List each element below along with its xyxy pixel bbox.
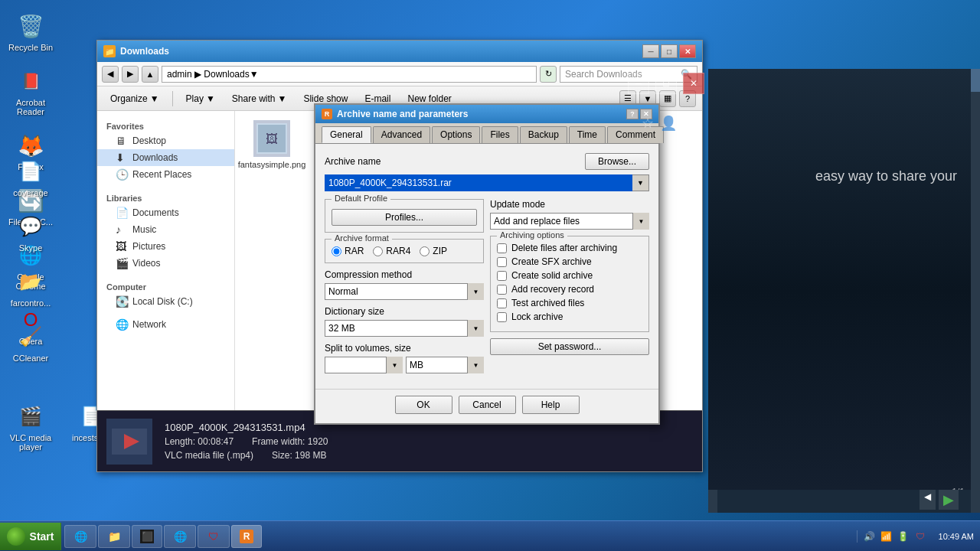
opt-recovery-checkbox[interactable]: [497, 285, 507, 295]
up-button[interactable]: ▲: [142, 66, 158, 83]
organize-button[interactable]: Organize ▼: [103, 91, 166, 106]
profiles-button[interactable]: Profiles...: [332, 209, 477, 226]
update-mode-wrapper: Add and replace files ▼: [490, 213, 649, 230]
format-rar-radio[interactable]: [332, 246, 341, 256]
desktop-icon-recycle-bin[interactable]: 🗑️ Recycle Bin: [4, 8, 57, 55]
split-unit-select[interactable]: MB: [406, 357, 484, 373]
address-text: admin ▶ Downloads: [167, 69, 250, 80]
opt-test[interactable]: Test archived files: [497, 298, 642, 308]
opt-sfx-checkbox[interactable]: [497, 257, 507, 267]
address-path[interactable]: admin ▶ Downloads ▼: [162, 66, 537, 83]
desktop-icon-vlc[interactable]: 🎬 VLC media player: [4, 398, 57, 455]
sidebar-videos[interactable]: 🎬 Videos: [97, 255, 234, 272]
security-icon[interactable]: 🛡: [914, 530, 926, 543]
archive-name-input[interactable]: 1080P_4000K_294313531.rar: [328, 178, 629, 188]
update-mode-select[interactable]: Add and replace files: [490, 213, 649, 230]
taskbar-cmd[interactable]: ⬛: [132, 525, 162, 548]
tab-options[interactable]: Options: [432, 126, 480, 143]
tab-files[interactable]: Files: [482, 126, 518, 143]
scrollbar-thumb[interactable]: [971, 69, 980, 92]
opt-lock-checkbox[interactable]: [497, 312, 507, 322]
explorer-window-controls: ─ □ ✕: [642, 44, 696, 58]
scrollbar-h[interactable]: [708, 490, 717, 513]
dialog-help-button[interactable]: ?: [626, 109, 639, 119]
taskbar-shield[interactable]: 🛡: [198, 525, 230, 548]
sidebar-music[interactable]: ♪ Music: [97, 221, 234, 238]
play-nav-arrow[interactable]: ▶: [939, 490, 959, 510]
local-disk-icon: 💽: [116, 295, 128, 308]
sidebar-documents[interactable]: 📄 Documents: [97, 204, 234, 221]
sidebar-downloads[interactable]: ⬇ Downloads: [97, 149, 234, 166]
opt-lock[interactable]: Lock archive: [497, 311, 642, 322]
set-password-button[interactable]: Set password...: [490, 338, 649, 355]
browse-button[interactable]: Browse...: [585, 153, 649, 170]
opt-solid[interactable]: Create solid archive: [497, 270, 642, 281]
taskbar-folder[interactable]: 📁: [98, 525, 130, 548]
desktop-icon-skype[interactable]: 💬 Skype: [4, 208, 57, 256]
sidebar-network[interactable]: 🌐 Network: [97, 316, 234, 333]
sidebar-desktop[interactable]: 🖥 Desktop: [97, 132, 234, 149]
prev-arrow[interactable]: ◀: [920, 490, 936, 510]
format-zip-option[interactable]: ZIP: [420, 246, 447, 256]
share-with-button[interactable]: Share with ▼: [225, 91, 294, 106]
scrollbar[interactable]: [971, 69, 980, 513]
taskbar-ie[interactable]: 🌐: [64, 525, 96, 548]
cancel-button[interactable]: Cancel: [459, 396, 516, 414]
minimize-button[interactable]: ─: [642, 44, 659, 58]
sidebar-recent[interactable]: 🕒 Recent Places: [97, 166, 234, 183]
opt-delete-files[interactable]: Delete files after archiving: [497, 243, 642, 253]
format-rar-option[interactable]: RAR: [332, 246, 364, 256]
archive-name-dropdown[interactable]: ▼: [632, 174, 649, 191]
split-value-select[interactable]: [325, 357, 403, 373]
start-button[interactable]: Start: [0, 523, 61, 550]
tab-advanced[interactable]: Advanced: [373, 126, 430, 143]
taskbar-chrome[interactable]: 🌐: [164, 525, 196, 548]
desktop-icon-ccleaner[interactable]: 🧹 CCleaner: [4, 318, 57, 366]
desktop-icon-farcontro[interactable]: 📂 farcontro...: [4, 263, 57, 311]
opt-delete-files-checkbox[interactable]: [497, 243, 507, 253]
opt-solid-checkbox[interactable]: [497, 271, 507, 281]
forward-button[interactable]: ▶: [122, 66, 139, 83]
battery-icon[interactable]: 🔋: [897, 530, 910, 543]
opt-lock-label: Lock archive: [511, 311, 563, 322]
volume-icon[interactable]: 🔊: [864, 530, 876, 543]
compression-select[interactable]: Normal: [325, 283, 484, 300]
minimize-panel-button[interactable]: ─: [628, 73, 649, 94]
split-row: ▼ MB ▼: [325, 357, 484, 373]
opt-test-checkbox[interactable]: [497, 298, 507, 308]
sidebar-local-disk[interactable]: 💽 Local Disk (C:): [97, 293, 234, 310]
file-fantasysimple[interactable]: 🖼 fantasysimple.png: [241, 117, 302, 172]
play-button[interactable]: Play ▼: [179, 91, 222, 106]
refresh-button[interactable]: ↻: [540, 66, 557, 83]
tab-general[interactable]: General: [322, 126, 371, 143]
help-dialog-button[interactable]: Help: [522, 396, 580, 414]
close-panel-button[interactable]: ✕: [683, 73, 704, 94]
bookmark-icon[interactable]: ☆: [642, 115, 654, 132]
tab-time[interactable]: Time: [569, 126, 606, 143]
format-rar4-option[interactable]: RAR4: [373, 246, 410, 256]
winrar-dialog: R Archive name and parameters ? ✕ Genera…: [314, 103, 660, 425]
tab-backup[interactable]: Backup: [520, 126, 567, 143]
desktop-icon-acrobat[interactable]: 📕 Acrobat Reader: [4, 63, 57, 119]
maximize-panel-button[interactable]: □: [655, 73, 677, 94]
opt-recovery[interactable]: Add recovery record: [497, 284, 642, 295]
format-zip-radio[interactable]: [420, 246, 430, 256]
slide-show-label: Slide show: [303, 93, 348, 104]
system-clock[interactable]: 10:49 AM: [933, 532, 980, 541]
maximize-button[interactable]: □: [661, 44, 678, 58]
more-icon[interactable]: ⋮: [683, 115, 697, 132]
archiving-options-title: Archiving options: [497, 230, 567, 240]
start-label: Start: [30, 530, 54, 543]
back-button[interactable]: ◀: [102, 66, 119, 83]
sidebar-pictures[interactable]: 🖼 Pictures: [97, 238, 234, 255]
dict-size-select[interactable]: 32 MB: [325, 320, 484, 337]
taskbar-winrar[interactable]: R: [231, 525, 262, 548]
opt-sfx[interactable]: Create SFX archive: [497, 256, 642, 267]
ok-button[interactable]: OK: [395, 396, 452, 414]
network-tray-icon[interactable]: 📶: [880, 530, 893, 543]
user-icon[interactable]: 👤: [660, 115, 677, 132]
desktop-icon-coverage[interactable]: 📄 coverage: [4, 153, 57, 201]
close-button[interactable]: ✕: [679, 44, 696, 58]
address-dropdown-icon[interactable]: ▼: [250, 69, 259, 80]
format-rar4-radio[interactable]: [373, 246, 383, 256]
